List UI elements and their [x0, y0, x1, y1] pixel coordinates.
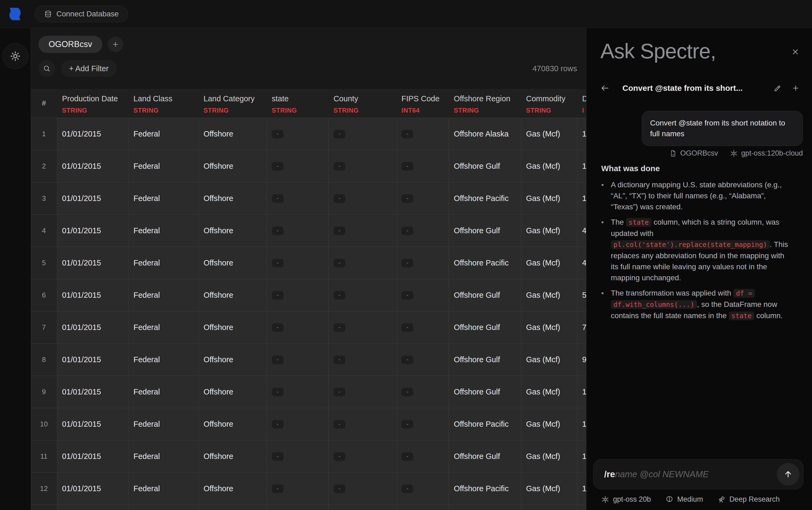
- back-button[interactable]: [600, 84, 609, 93]
- table-cell: -: [396, 473, 449, 505]
- row-number: 6: [31, 279, 57, 311]
- table-cell: Offshore: [199, 376, 267, 408]
- column-name: FIPS Code: [401, 94, 449, 103]
- table-cell: Federal: [128, 408, 199, 440]
- table-cell: Offshore: [199, 118, 267, 150]
- table-cell: Offshore: [199, 150, 267, 182]
- null-value-pill: -: [333, 356, 345, 364]
- null-value-pill: -: [401, 259, 413, 267]
- brain-icon: [665, 495, 673, 504]
- database-icon: [44, 10, 52, 18]
- thread-title: Convert @state from its short...: [623, 84, 743, 93]
- column-header[interactable]: CountySTRING: [328, 89, 396, 118]
- table-row[interactable]: 101/01/2015FederalOffshore---Offshore Al…: [31, 118, 644, 150]
- null-value-pill: -: [333, 291, 345, 300]
- table-cell: [396, 505, 449, 510]
- column-header[interactable]: stateSTRING: [267, 89, 328, 118]
- column-header[interactable]: FIPS CodeINT64: [396, 89, 449, 118]
- column-type: STRING: [133, 107, 199, 114]
- table-row[interactable]: 401/01/2015FederalOffshore---Offshore Gu…: [31, 215, 644, 247]
- chat-option-gpt-oss-20b[interactable]: gpt-oss 20b: [601, 495, 651, 504]
- table-cell: -: [396, 408, 449, 440]
- thread-actions: [773, 84, 800, 92]
- table-cell: 01/01/2015: [57, 441, 128, 472]
- bullet-text: A dictionary mapping U.S. state abbrevia…: [611, 179, 792, 212]
- table-cell: 01/01/2015: [57, 311, 128, 343]
- chat-option-medium[interactable]: Medium: [665, 495, 703, 504]
- chat-input[interactable]: /rename @col NEWNAME: [593, 459, 804, 489]
- null-value-pill: -: [333, 194, 345, 203]
- column-type: STRING: [62, 107, 128, 114]
- table-cell: -: [396, 118, 449, 150]
- bullet-item: •A dictionary mapping U.S. state abbrevi…: [601, 179, 792, 212]
- table-row[interactable]: 301/01/2015FederalOffshore---Offshore Pa…: [31, 182, 644, 215]
- search-icon: [43, 64, 51, 73]
- table-cell: Federal: [128, 311, 199, 343]
- context-badge: OGORBcsv: [669, 149, 718, 158]
- null-value-pill: -: [333, 162, 345, 171]
- null-value-pill: -: [401, 484, 413, 493]
- spectre-logo-icon[interactable]: [7, 6, 23, 22]
- table-cell: 01/01/2015: [57, 408, 128, 440]
- null-value-pill: -: [401, 227, 413, 235]
- openai-icon: [730, 149, 738, 158]
- table-cell: Offshore Pacific: [449, 408, 521, 440]
- table-row[interactable]: 801/01/2015FederalOffshore---Offshore Gu…: [31, 344, 644, 376]
- search-button[interactable]: [38, 60, 55, 77]
- edit-thread-button[interactable]: [773, 84, 781, 92]
- new-thread-button[interactable]: [791, 84, 800, 92]
- table-row[interactable]: 1001/01/2015FederalOffshore---Offshore P…: [31, 408, 644, 441]
- null-value-pill: -: [401, 130, 413, 138]
- table-cell: 01/01/2015: [57, 473, 128, 505]
- table-cell: -: [328, 215, 396, 247]
- table-cell: Offshore: [199, 311, 267, 343]
- close-panel-button[interactable]: [791, 48, 800, 56]
- table-cell: Federal: [128, 247, 199, 279]
- table-row[interactable]: 601/01/2015FederalOffshore---Offshore Gu…: [31, 279, 644, 311]
- row-number: [31, 505, 57, 510]
- table-cell: [521, 505, 577, 510]
- table-row[interactable]: 1101/01/2015FederalOffshore---Offshore G…: [31, 441, 644, 473]
- dataset-tabs: OGORBcsv: [38, 36, 123, 53]
- connect-database-button[interactable]: Connect Database: [35, 6, 128, 22]
- table-cell: Offshore: [199, 215, 267, 247]
- arrow-left-icon: [600, 84, 609, 93]
- table-cell: -: [267, 408, 328, 440]
- table-cell: -: [267, 182, 328, 215]
- table-cell: -: [328, 182, 396, 215]
- table-cell: [267, 505, 328, 510]
- send-button[interactable]: [777, 463, 800, 486]
- column-name: Land Category: [204, 94, 267, 103]
- null-value-pill: -: [401, 162, 413, 171]
- theme-toggle-button[interactable]: [2, 43, 28, 69]
- table-cell: -: [267, 441, 328, 472]
- table-row[interactable]: 901/01/2015FederalOffshore---Offshore Gu…: [31, 376, 644, 408]
- add-filter-button[interactable]: + Add Filter: [61, 60, 117, 77]
- table-row[interactable]: 501/01/2015FederalOffshore---Offshore Pa…: [31, 247, 644, 279]
- null-value-pill: -: [333, 130, 345, 138]
- column-header[interactable]: Offshore RegionSTRING: [449, 89, 521, 118]
- tab-ogorbcsv[interactable]: OGORBcsv: [38, 36, 102, 53]
- user-message-bubble: Convert @state from its short notation t…: [642, 111, 803, 146]
- null-value-pill: -: [272, 420, 283, 429]
- chat-option-deep-research[interactable]: Deep Research: [718, 495, 780, 504]
- table-row[interactable]: [31, 505, 644, 510]
- table-cell: Gas (Mcf): [521, 441, 577, 472]
- table-cell: Gas (Mcf): [521, 376, 577, 408]
- column-header[interactable]: Land ClassSTRING: [128, 89, 199, 118]
- table-row[interactable]: 1201/01/2015FederalOffshore---Offshore P…: [31, 473, 644, 505]
- row-number: 7: [31, 311, 57, 343]
- table-cell: Offshore: [199, 247, 267, 279]
- table-row[interactable]: 201/01/2015FederalOffshore---Offshore Gu…: [31, 150, 644, 182]
- table-cell: Federal: [128, 473, 199, 505]
- table-cell: -: [328, 150, 396, 182]
- table-row[interactable]: 701/01/2015FederalOffshore---Offshore Gu…: [31, 311, 644, 344]
- table-cell: Gas (Mcf): [521, 150, 577, 182]
- top-navbar: Connect Database: [0, 0, 812, 28]
- add-tab-button[interactable]: [108, 36, 123, 52]
- column-header[interactable]: CommoditySTRING: [521, 89, 577, 118]
- column-header[interactable]: Land CategorySTRING: [199, 89, 267, 118]
- column-header[interactable]: Production DateSTRING: [57, 89, 128, 118]
- null-value-pill: -: [272, 356, 283, 364]
- null-value-pill: -: [272, 388, 283, 396]
